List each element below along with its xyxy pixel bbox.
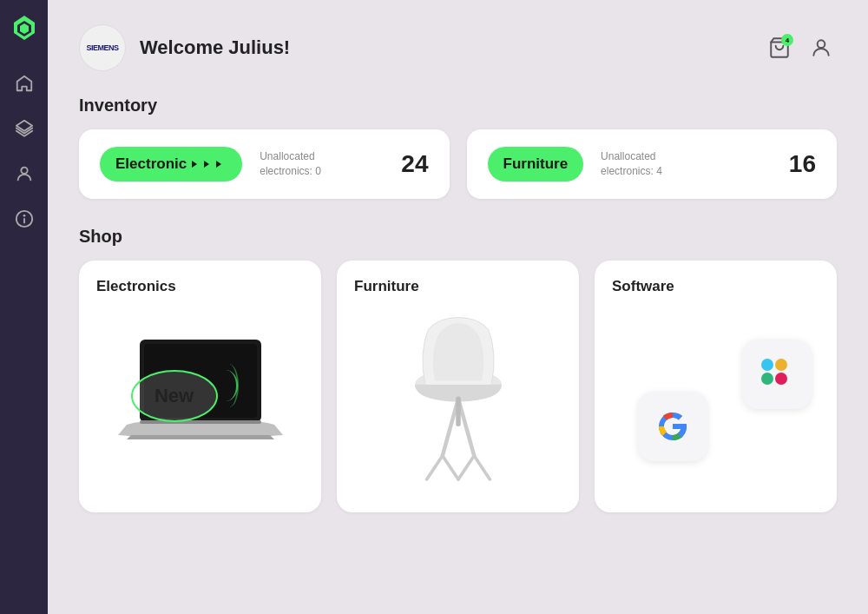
sidebar-item-info[interactable] bbox=[14, 208, 35, 229]
shop-furniture-image bbox=[354, 306, 562, 495]
svg-line-22 bbox=[474, 456, 490, 479]
furniture-sub: Unallocated electronics: 4 bbox=[601, 149, 772, 179]
sidebar-item-home[interactable] bbox=[14, 73, 35, 94]
header-icons: 4 bbox=[764, 32, 837, 63]
svg-marker-11 bbox=[204, 161, 209, 168]
shop-card-electronics[interactable]: Electronics N bbox=[79, 261, 321, 512]
shop-software-image bbox=[612, 306, 819, 495]
electronics-badge-label: Electronic bbox=[115, 155, 187, 173]
svg-point-4 bbox=[21, 168, 27, 174]
electronics-count: 24 bbox=[401, 150, 428, 178]
svg-rect-15 bbox=[140, 420, 261, 424]
svg-rect-26 bbox=[775, 359, 787, 371]
header-left: SIEMENS Welcome Julius! bbox=[79, 24, 290, 71]
cart-button[interactable]: 4 bbox=[764, 32, 795, 63]
electronics-badge: Electronic bbox=[100, 147, 242, 182]
sidebar-item-layers[interactable] bbox=[14, 118, 35, 139]
app-logo[interactable] bbox=[10, 14, 38, 42]
inventory-card-electronics[interactable]: Electronic Unallocated electronics: 0 24 bbox=[79, 129, 450, 199]
furniture-badge: Furniture bbox=[488, 147, 584, 182]
svg-line-20 bbox=[442, 456, 457, 479]
slack-logo bbox=[742, 340, 812, 409]
new-badge: New bbox=[131, 370, 218, 422]
inventory-title: Inventory bbox=[79, 96, 837, 116]
shop-software-title: Software bbox=[612, 278, 819, 295]
avatar-text: SIEMENS bbox=[86, 43, 118, 52]
inventory-card-furniture[interactable]: Furniture Unallocated electronics: 4 16 bbox=[467, 129, 838, 199]
svg-rect-27 bbox=[775, 373, 787, 385]
svg-line-21 bbox=[458, 456, 474, 479]
shop-card-software[interactable]: Software bbox=[595, 261, 837, 512]
svg-line-19 bbox=[426, 456, 442, 479]
svg-rect-25 bbox=[761, 373, 773, 385]
inventory-row: Electronic Unallocated electronics: 0 24… bbox=[79, 129, 837, 199]
shop-electronics-image: New bbox=[96, 306, 304, 495]
svg-rect-24 bbox=[761, 359, 773, 371]
new-label: New bbox=[155, 385, 194, 407]
google-logo bbox=[638, 392, 707, 461]
svg-marker-10 bbox=[192, 161, 197, 168]
shop-row: Electronics N bbox=[79, 261, 837, 512]
svg-marker-12 bbox=[216, 161, 221, 168]
welcome-message: Welcome Julius! bbox=[140, 36, 290, 59]
sidebar bbox=[0, 0, 48, 614]
avatar: SIEMENS bbox=[79, 24, 126, 71]
header: SIEMENS Welcome Julius! 4 bbox=[79, 24, 837, 71]
laptop-illustration: New bbox=[114, 322, 287, 479]
sidebar-item-user[interactable] bbox=[14, 163, 35, 184]
main-content: SIEMENS Welcome Julius! 4 Inventory bbox=[48, 0, 868, 614]
electronics-sub: Unallocated electronics: 0 bbox=[260, 149, 384, 179]
chair-svg bbox=[389, 314, 528, 487]
shop-title: Shop bbox=[79, 227, 837, 247]
shop-card-furniture[interactable]: Furniture bbox=[337, 261, 579, 512]
shop-furniture-title: Furniture bbox=[354, 278, 562, 295]
svg-line-17 bbox=[442, 399, 457, 455]
svg-point-9 bbox=[818, 40, 825, 48]
electronics-arrows bbox=[192, 159, 227, 169]
furniture-count: 16 bbox=[789, 150, 816, 178]
furniture-badge-label: Furniture bbox=[503, 155, 569, 173]
ripple-2 bbox=[220, 364, 239, 407]
svg-line-18 bbox=[458, 399, 474, 455]
user-profile-button[interactable] bbox=[806, 32, 837, 63]
shop-electronics-title: Electronics bbox=[96, 278, 304, 295]
electronics-sub-text: Unallocated electronics: 0 bbox=[260, 150, 321, 177]
cart-badge: 4 bbox=[781, 34, 793, 46]
furniture-sub-text: Unallocated electronics: 4 bbox=[601, 150, 662, 177]
